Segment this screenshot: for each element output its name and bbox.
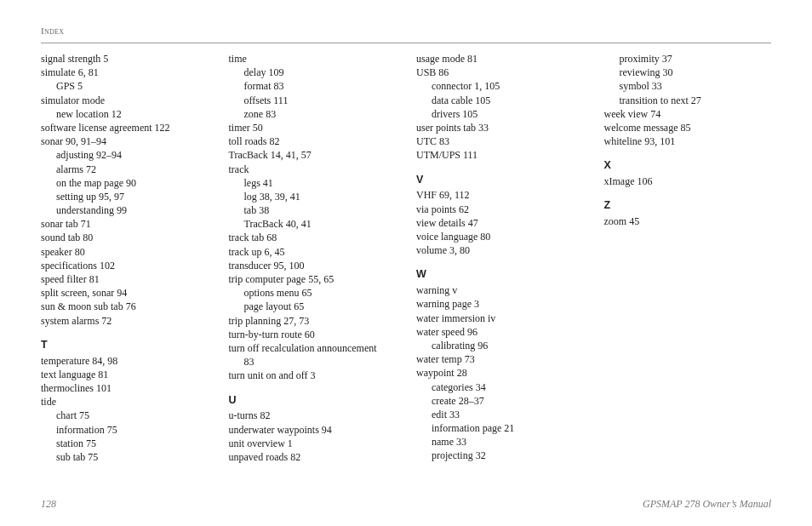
index-entry: sonar tab 71: [41, 217, 209, 231]
index-entry: alarms 72: [41, 163, 209, 176]
index-entry: timer 50: [229, 121, 397, 134]
index-entry: categories 34: [416, 380, 584, 394]
index-entry: sun & moon sub tab 76: [41, 300, 209, 313]
index-entry: understanding 99: [41, 203, 209, 217]
index-entry: underwater waypoints 94: [229, 423, 397, 437]
index-entry: zone 83: [229, 107, 397, 121]
index-entry: TracBack 40, 41: [229, 217, 397, 231]
index-entry: welcome message 85: [604, 121, 772, 134]
index-entry: simulate 6, 81: [41, 66, 209, 79]
index-entry: voice language 80: [416, 230, 584, 243]
footer: 128 GPSMAP 278 Owner’s Manual: [41, 498, 771, 511]
index-entry: speed filter 81: [41, 272, 209, 286]
index-entry: trip computer page 55, 65: [229, 272, 397, 286]
index-entry: whiteline 93, 101: [604, 134, 772, 148]
index-entry: setting up 95, 97: [41, 190, 209, 203]
index-entry: text language 81: [41, 368, 209, 381]
index-entry: user points tab 33: [416, 121, 584, 134]
index-entry: reviewing 30: [604, 66, 772, 79]
index-entry: options menu 65: [229, 286, 397, 300]
index-entry: water immersion iv: [416, 312, 584, 325]
index-entry: track tab 68: [229, 231, 397, 244]
index-entry: warning page 3: [416, 297, 584, 311]
index-entry: name 33: [416, 435, 584, 449]
index-entry: turn off recalculation announcement: [229, 341, 397, 355]
index-entry: calibrating 96: [416, 339, 584, 352]
index-entry: 83: [229, 355, 397, 369]
index-entry: zoom 45: [604, 214, 772, 228]
index-entry: sub tab 75: [41, 450, 209, 464]
index-letter-heading: T: [41, 338, 209, 352]
index-column: signal strength 5simulate 6, 81GPS 5simu…: [41, 52, 209, 464]
index-entry: unit overview 1: [229, 437, 397, 450]
index-entry: turn-by-turn route 60: [229, 328, 397, 341]
index-entry: volume 3, 80: [416, 243, 584, 257]
index-entry: sonar 90, 91–94: [41, 134, 209, 148]
index-entry: offsets 111: [229, 94, 397, 107]
index-columns: signal strength 5simulate 6, 81GPS 5simu…: [41, 52, 771, 464]
header-rule: [41, 43, 771, 43]
index-letter-heading: V: [416, 173, 584, 187]
index-entry: water temp 73: [416, 352, 584, 366]
index-entry: VHF 69, 112: [416, 188, 584, 202]
index-entry: UTC 83: [416, 134, 584, 148]
index-entry: on the map page 90: [41, 176, 209, 190]
index-entry: software license agreement 122: [41, 121, 209, 134]
index-entry: connector 1, 105: [416, 79, 584, 93]
index-letter-heading: U: [229, 393, 397, 408]
index-entry: unpaved roads 82: [229, 450, 397, 464]
index-entry: station 75: [41, 437, 209, 450]
index-entry: usage mode 81: [416, 52, 584, 66]
index-entry: log 38, 39, 41: [229, 190, 397, 203]
page: Index signal strength 5simulate 6, 81GPS…: [0, 0, 812, 526]
index-entry: transition to next 27: [604, 94, 772, 107]
page-number: 128: [41, 498, 56, 511]
index-entry: transducer 95, 100: [229, 259, 397, 272]
index-letter-heading: X: [604, 158, 772, 173]
index-entry: split screen, sonar 94: [41, 286, 209, 300]
index-entry: proximity 37: [604, 52, 772, 66]
section-header: Index: [41, 26, 771, 36]
index-entry: delay 109: [229, 66, 397, 79]
index-entry: TracBack 14, 41, 57: [229, 148, 397, 162]
index-entry: new location 12: [41, 107, 209, 121]
index-entry: xImage 106: [604, 174, 772, 188]
index-letter-heading: W: [416, 267, 584, 282]
index-entry: USB 86: [416, 66, 584, 79]
index-entry: warning v: [416, 283, 584, 297]
index-column: timedelay 109format 83offsets 111zone 83…: [229, 52, 397, 464]
index-entry: tab 38: [229, 203, 397, 217]
index-entry: page layout 65: [229, 300, 397, 313]
index-entry: GPS 5: [41, 79, 209, 93]
index-entry: simulator mode: [41, 94, 209, 107]
index-entry: view details 47: [416, 216, 584, 230]
index-entry: waypoint 28: [416, 366, 584, 380]
index-entry: projecting 32: [416, 449, 584, 462]
index-entry: format 83: [229, 79, 397, 93]
index-entry: information 75: [41, 423, 209, 437]
index-entry: track up 6, 45: [229, 245, 397, 259]
index-entry: turn unit on and off 3: [229, 369, 397, 382]
index-entry: information page 21: [416, 421, 584, 435]
index-entry: drivers 105: [416, 107, 584, 121]
index-entry: temperature 84, 98: [41, 354, 209, 368]
index-entry: specifications 102: [41, 259, 209, 272]
index-entry: edit 33: [416, 408, 584, 421]
index-entry: UTM/UPS 111: [416, 148, 584, 162]
index-entry: tide: [41, 395, 209, 409]
index-entry: adjusting 92–94: [41, 148, 209, 162]
index-entry: speaker 80: [41, 245, 209, 259]
index-entry: system alarms 72: [41, 314, 209, 328]
index-entry: data cable 105: [416, 94, 584, 107]
index-entry: time: [229, 52, 397, 66]
index-entry: week view 74: [604, 107, 772, 121]
index-entry: water speed 96: [416, 325, 584, 339]
index-entry: toll roads 82: [229, 134, 397, 148]
manual-title: GPSMAP 278 Owner’s Manual: [643, 498, 771, 511]
index-entry: signal strength 5: [41, 52, 209, 66]
index-entry: chart 75: [41, 409, 209, 422]
index-entry: trip planning 27, 73: [229, 314, 397, 328]
index-entry: sound tab 80: [41, 231, 209, 244]
index-entry: create 28–37: [416, 394, 584, 408]
index-entry: thermoclines 101: [41, 381, 209, 395]
